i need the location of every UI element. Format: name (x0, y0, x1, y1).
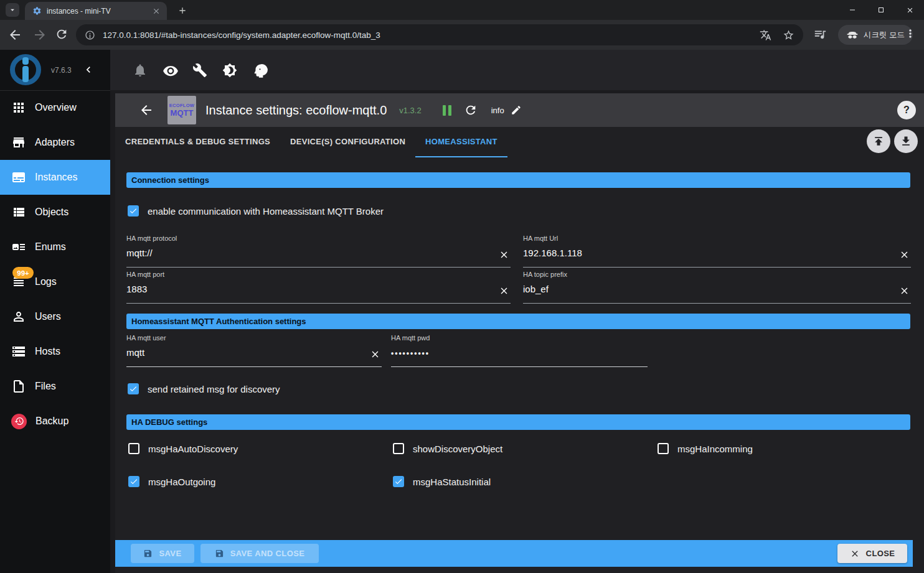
browser-tab[interactable]: instances - mini-TV (25, 2, 167, 20)
save-and-close-button[interactable]: SAVE AND CLOSE (200, 544, 319, 563)
sidebar-item-files[interactable]: Files (0, 369, 110, 404)
sidebar-item-backup[interactable]: Backup (0, 404, 110, 439)
maximize-button[interactable] (867, 0, 895, 20)
list-grid-icon (11, 205, 26, 220)
dialog-header: ECOFLOW MQTT Instance settings: ecoflow-… (115, 93, 924, 127)
theme-toggle-icon[interactable] (222, 63, 237, 78)
show-discovery-object-checkbox[interactable]: showDiscoveryObject (393, 443, 502, 454)
msg-ha-autodiscovery-checkbox[interactable]: msgHaAutoDiscovery (128, 443, 238, 454)
sidebar-item-users[interactable]: Users (0, 299, 110, 334)
checkbox-unchecked-icon[interactable] (393, 443, 404, 454)
sidebar-item-adapters[interactable]: Adapters (0, 125, 110, 160)
field-value[interactable]: 1883 (126, 284, 511, 294)
field-ha-mqtt-protocol[interactable]: HA mqtt protocol mqtt:// (126, 235, 511, 268)
user-profile-icon[interactable] (252, 63, 267, 78)
minimize-button[interactable] (838, 0, 867, 20)
save-button[interactable]: SAVE (131, 544, 194, 563)
sidebar-item-hosts[interactable]: Hosts (0, 334, 110, 369)
sidebar-item-logs[interactable]: 99+ Logs (0, 264, 110, 299)
msg-ha-outgoing-checkbox[interactable]: msgHaOutgoing (128, 476, 215, 487)
sidebar-item-objects[interactable]: Objects (0, 195, 110, 230)
view-eye-icon[interactable] (163, 63, 177, 78)
bookmark-star-icon[interactable] (783, 29, 794, 41)
back-icon[interactable] (7, 27, 22, 42)
store-icon (11, 135, 26, 150)
field-value-masked[interactable]: •••••••••• (391, 349, 648, 358)
close-window-button[interactable] (895, 0, 924, 20)
sidebar-menu: Overview Adapters Instances Objects Enum… (0, 90, 110, 439)
clear-field-icon[interactable] (899, 249, 910, 260)
window-titlebar: instances - mini-TV (0, 0, 924, 20)
help-button[interactable]: ? (897, 101, 916, 119)
collapse-sidebar-icon[interactable] (82, 63, 95, 76)
edit-pencil-icon[interactable] (511, 105, 522, 116)
sidebar-item-overview[interactable]: Overview (0, 90, 110, 125)
forward-icon[interactable] (32, 27, 47, 42)
field-value[interactable]: mqtt:// (126, 248, 511, 258)
msg-ha-incoming-checkbox[interactable]: msgHaIncomming (658, 443, 753, 454)
field-value[interactable]: iob_ef (523, 284, 911, 294)
person-icon (11, 309, 26, 324)
address-bar[interactable]: 127.0.0.1:8081/#tab-instances/config/sys… (76, 24, 803, 45)
checkbox-label: msgHaStatusInitial (413, 477, 491, 487)
clear-field-icon[interactable] (899, 286, 910, 296)
new-tab-button[interactable] (176, 4, 189, 17)
reload-icon[interactable] (55, 27, 70, 42)
clear-field-icon[interactable] (499, 249, 509, 260)
sidebar-item-enums[interactable]: Enums (0, 230, 110, 264)
dialog-title: Instance settings: ecoflow-mqtt.0 (205, 103, 387, 118)
checkbox-unchecked-icon[interactable] (658, 443, 669, 454)
incognito-label: 시크릿 모드 (864, 30, 905, 40)
site-info-icon[interactable] (85, 30, 95, 40)
checkbox-checked-icon[interactable] (128, 476, 139, 487)
tab-close-icon[interactable] (152, 7, 161, 16)
tab-search-button[interactable] (6, 3, 19, 17)
iobroker-logo-icon (7, 52, 44, 88)
checkbox-checked-icon[interactable] (128, 383, 139, 394)
field-value[interactable]: 192.168.1.118 (523, 248, 911, 258)
pause-instance-icon[interactable] (443, 105, 451, 116)
enable-communication-checkbox[interactable]: enable communication with Homeassistant … (128, 205, 384, 217)
wrench-icon[interactable] (192, 63, 207, 78)
checkbox-label: msgHaIncomming (677, 444, 753, 454)
checkbox-checked-icon[interactable] (393, 476, 404, 487)
clear-field-icon[interactable] (499, 286, 509, 296)
translate-icon[interactable] (760, 29, 771, 41)
clear-field-icon[interactable] (370, 349, 380, 360)
field-ha-mqtt-pwd[interactable]: HA mqtt pwd •••••••••• (391, 334, 648, 367)
save-and-close-button-label: SAVE AND CLOSE (230, 549, 305, 558)
admin-toolbar (110, 50, 924, 90)
back-arrow-icon[interactable] (139, 103, 154, 118)
section-connection-header: Connection settings (126, 172, 910, 188)
restart-instance-icon[interactable] (464, 103, 478, 117)
media-controls-icon[interactable] (813, 27, 827, 41)
tab-homeassistant[interactable]: HOMEASSISTANT (415, 127, 507, 157)
field-ha-mqtt-user[interactable]: HA mqtt user mqtt (126, 334, 382, 367)
msg-ha-status-initial-checkbox[interactable]: msgHaStatusInitial (393, 476, 491, 487)
browser-menu-icon[interactable] (904, 27, 917, 40)
checkbox-unchecked-icon[interactable] (128, 443, 139, 454)
field-label: HA mqtt port (126, 271, 511, 278)
notifications-bell-icon[interactable] (133, 63, 148, 78)
close-button[interactable]: CLOSE (837, 544, 907, 563)
tab-devices-configuration[interactable]: DEVICE(S) CONFIGURATION (280, 127, 415, 157)
field-label: HA mqtt pwd (391, 334, 648, 342)
field-ha-topic-prefix[interactable]: HA topic prefix iob_ef (523, 271, 911, 304)
sidebar-logo-row: v7.6.3 (0, 50, 110, 91)
field-value[interactable]: mqtt (126, 347, 382, 358)
import-settings-button[interactable] (867, 129, 890, 153)
incognito-badge: 시크릿 모드 (838, 25, 913, 45)
url-text: 127.0.0.1:8081/#tab-instances/config/sys… (103, 30, 748, 40)
export-settings-button[interactable] (894, 129, 918, 153)
checkbox-label: showDiscoveryObject (413, 444, 502, 454)
send-retained-checkbox[interactable]: send retained msg for discovery (128, 383, 280, 394)
checkbox-label: msgHaAutoDiscovery (148, 444, 238, 454)
tab-credentials-debug[interactable]: CREDENTIALS & DEBUG SETTINGS (115, 127, 280, 157)
field-ha-mqtt-port[interactable]: HA mqtt port 1883 (126, 271, 511, 304)
window-controls (838, 0, 924, 20)
sidebar-item-instances[interactable]: Instances (0, 160, 110, 195)
field-ha-mqtt-url[interactable]: HA mqtt Url 192.168.1.118 (523, 235, 911, 268)
grid-icon (11, 100, 26, 115)
checkbox-checked-icon[interactable] (128, 205, 139, 217)
checkbox-label: enable communication with Homeassistant … (148, 206, 384, 217)
